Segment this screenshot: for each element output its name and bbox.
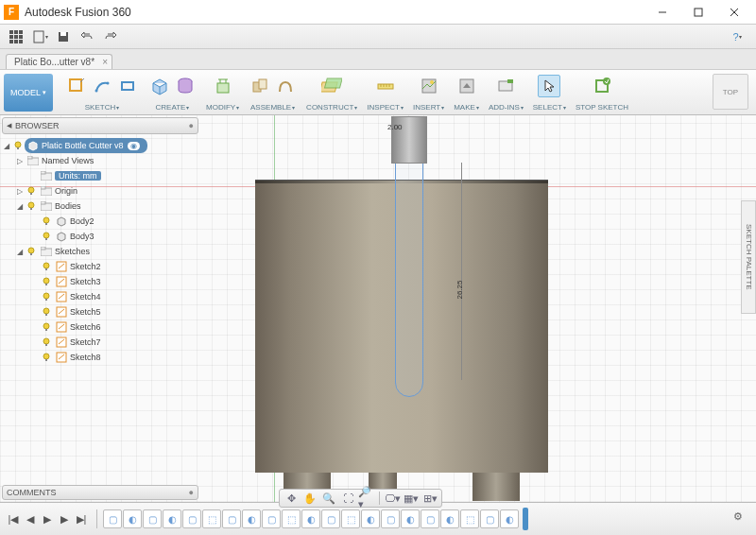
pin-icon[interactable]: ● (189, 121, 194, 130)
visibility-bulb-icon[interactable] (26, 185, 37, 197)
timeline-marker[interactable] (523, 508, 528, 530)
expand-icon[interactable]: ▷ (15, 157, 25, 165)
visibility-bulb-icon[interactable] (41, 352, 52, 363)
stop-sketch-icon[interactable] (591, 75, 613, 97)
tree-sketch-item[interactable]: Sketch3 (70, 277, 101, 286)
timeline-feature[interactable]: ◐ (123, 509, 142, 528)
timeline-feature[interactable]: ⬚ (202, 509, 221, 528)
data-panel-button[interactable] (6, 27, 26, 46)
timeline-feature[interactable]: ◐ (440, 509, 459, 528)
expand-icon[interactable]: ◢ (2, 142, 11, 150)
orbit-icon[interactable]: ✥ (283, 491, 300, 506)
visibility-bulb-icon[interactable] (41, 291, 52, 302)
timeline-feature[interactable]: ⬚ (341, 509, 360, 528)
save-button[interactable] (53, 27, 74, 46)
zoom-icon[interactable]: 🔍 (320, 491, 337, 506)
rectangle-icon[interactable] (116, 75, 139, 97)
visibility-bulb-icon[interactable] (26, 246, 37, 257)
collapse-icon[interactable]: ◀ (7, 122, 11, 129)
timeline-end-button[interactable]: ▶| (74, 511, 89, 526)
dimension-top[interactable]: 2.00 (387, 123, 403, 131)
viewcube[interactable]: TOP (713, 74, 748, 110)
timeline-feature[interactable]: ◐ (163, 509, 181, 528)
visibility-bulb-icon[interactable] (12, 140, 24, 151)
assemble-icon[interactable] (274, 75, 297, 97)
timeline-play-button[interactable]: ▶ (40, 511, 55, 526)
visibility-bulb-icon[interactable] (41, 337, 52, 348)
grid-settings-icon[interactable]: ▦▾ (403, 491, 420, 506)
presspull-icon[interactable] (212, 75, 234, 97)
minimize-button[interactable] (644, 1, 680, 24)
inspect-group-label[interactable]: INSPECT (367, 103, 404, 112)
print3d-icon[interactable] (455, 75, 478, 97)
close-button[interactable] (716, 1, 752, 24)
measure-icon[interactable] (374, 75, 397, 97)
decal-icon[interactable] (418, 75, 440, 97)
browser-header[interactable]: ◀ BROWSER ● (2, 117, 198, 134)
stop-sketch-label[interactable]: STOP SKETCH (576, 103, 629, 112)
timeline-feature[interactable]: ⬚ (460, 509, 479, 528)
tree-item-units[interactable]: Units: mm (55, 171, 101, 181)
tree-sketch-item[interactable]: Sketch2 (70, 262, 101, 271)
timeline-feature[interactable]: ◐ (361, 509, 380, 528)
close-tab-icon[interactable]: × (102, 57, 108, 67)
extrude-icon[interactable] (174, 75, 197, 97)
modify-group-label[interactable]: MODIFY (206, 103, 239, 112)
file-menu-button[interactable]: ▾ (29, 27, 50, 46)
sketch-group-label[interactable]: SKETCH (85, 103, 119, 112)
timeline-feature[interactable]: ▢ (222, 509, 241, 528)
line-icon[interactable] (91, 75, 113, 97)
timeline-feature[interactable]: ⬚ (282, 509, 301, 528)
tree-sketch-item[interactable]: Sketch5 (70, 307, 101, 317)
timeline-feature[interactable]: ▢ (480, 509, 499, 528)
timeline-feature[interactable]: ▢ (103, 509, 122, 528)
expand-icon[interactable]: ◢ (15, 202, 25, 211)
visibility-bulb-icon[interactable] (41, 321, 52, 333)
timeline-feature[interactable]: ◐ (301, 509, 320, 528)
plane-icon[interactable] (320, 75, 343, 97)
visibility-bulb-icon[interactable] (41, 261, 52, 272)
tree-body-item[interactable]: Body3 (70, 232, 94, 241)
joint-icon[interactable] (249, 75, 271, 97)
timeline-feature[interactable]: ▢ (381, 509, 400, 528)
help-button[interactable]: ?▾ (727, 27, 747, 46)
timeline-feature[interactable]: ▢ (182, 509, 201, 528)
expand-icon[interactable]: ◢ (15, 248, 25, 256)
tree-item[interactable]: Named Views (42, 156, 94, 165)
select-group-label[interactable]: SELECT (533, 103, 566, 112)
lookat-icon[interactable]: 🔎▾ (358, 491, 375, 506)
make-group-label[interactable]: MAKE (454, 103, 479, 112)
timeline-feature[interactable]: ◐ (401, 509, 420, 528)
document-tab[interactable]: Platic Bo...utter v8* × (6, 54, 112, 69)
visibility-bulb-icon[interactable] (41, 216, 52, 227)
timeline-fwd-button[interactable]: ▶ (57, 511, 72, 526)
tree-root[interactable]: Platic Bottle Cutter v8◉ (25, 138, 147, 153)
tree-item[interactable]: Sketches (55, 247, 90, 256)
tree-sketch-item[interactable]: Sketch8 (70, 353, 101, 362)
tree-item[interactable]: Bodies (55, 201, 81, 211)
tree-sketch-item[interactable]: Sketch6 (70, 322, 101, 332)
expand-icon[interactable]: ▷ (15, 187, 25, 196)
timeline-settings-icon[interactable]: ⚙ (733, 510, 750, 527)
visibility-bulb-icon[interactable] (41, 231, 52, 242)
assemble-group-label[interactable]: ASSEMBLE (250, 103, 295, 112)
addins-icon[interactable] (494, 75, 517, 97)
fit-icon[interactable]: ⛶ (339, 491, 356, 506)
dimension-side[interactable]: 26.25 (455, 280, 464, 299)
tree-sketch-item[interactable]: Sketch7 (70, 337, 101, 347)
sketch-slot-profile[interactable] (395, 142, 423, 397)
timeline-feature[interactable]: ▢ (321, 509, 340, 528)
viewports-icon[interactable]: ⊞▾ (421, 491, 438, 506)
pan-icon[interactable]: ✋ (301, 491, 318, 506)
tree-body-item[interactable]: Body2 (70, 216, 94, 226)
visibility-bulb-icon[interactable] (26, 200, 37, 212)
display-settings-icon[interactable]: 🖵▾ (384, 491, 401, 506)
timeline-start-button[interactable]: |◀ (6, 511, 21, 526)
maximize-button[interactable] (680, 1, 716, 24)
box-icon[interactable] (148, 75, 171, 97)
timeline-feature[interactable]: ◐ (500, 509, 519, 528)
timeline-back-button[interactable]: ◀ (23, 511, 38, 526)
workspace-switcher[interactable]: MODEL (4, 74, 53, 112)
sketch-palette-tab[interactable]: SKETCH PALETTE (741, 200, 756, 314)
tree-item[interactable]: Origin (55, 186, 77, 196)
